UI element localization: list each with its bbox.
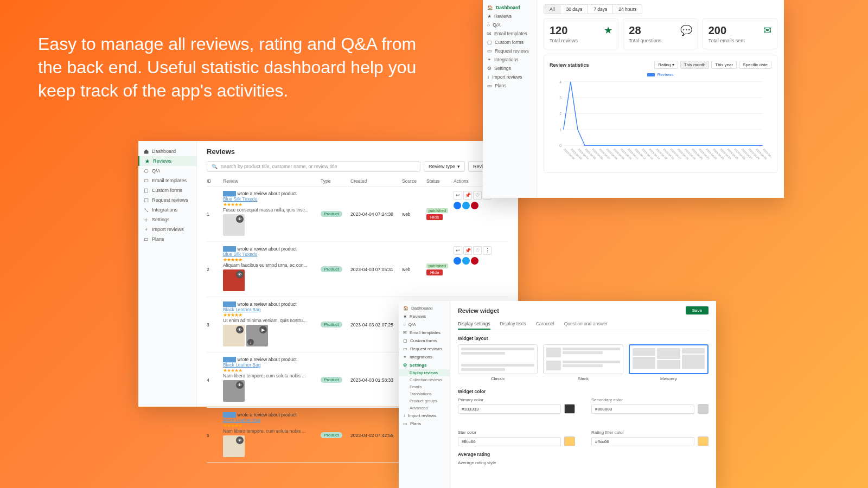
secondary-color-input[interactable]: #888888 — [591, 404, 694, 414]
tab-display-texts[interactable]: Display texts — [500, 319, 526, 330]
author-link[interactable]: ████ — [223, 301, 236, 307]
nav-integrations[interactable]: ⚭ Integrations — [399, 353, 450, 361]
nav-dashboard[interactable]: Dashboard — [138, 146, 196, 156]
tab-24[interactable]: 24 hours — [613, 5, 642, 14]
pin-icon[interactable]: 📌 — [463, 246, 472, 255]
nav-qa[interactable]: ○ Q/A — [399, 320, 450, 329]
stat-reviews: 120 Total reviews ★ — [544, 18, 618, 49]
heart-icon[interactable]: ♡ — [473, 246, 482, 255]
nav-qa[interactable]: ○ Q/A — [483, 21, 537, 29]
nav-email[interactable]: ✉ Email templates — [399, 329, 450, 337]
star-color-input[interactable]: #ffcc66 — [458, 437, 561, 446]
tab-7[interactable]: 7 days — [588, 5, 613, 14]
subnav-collection[interactable]: Collection reviews — [399, 376, 450, 383]
filter-month[interactable]: This month — [680, 61, 710, 69]
table-row: 1 ████ wrote a review about product Blue… — [207, 187, 508, 242]
filter-swatch[interactable] — [698, 436, 709, 446]
author-link[interactable]: ████ — [223, 191, 236, 196]
review-thumbnail[interactable]: 👁 — [223, 325, 245, 346]
eye-icon: 👁 — [236, 326, 244, 333]
product-link[interactable]: Blue Silk Tuxedo — [223, 252, 257, 257]
nav-forms[interactable]: ▢ Custom forms — [399, 337, 450, 345]
heart-icon[interactable]: ♡ — [473, 191, 482, 200]
layout-stack[interactable]: Stack — [543, 344, 623, 381]
pinterest-icon[interactable] — [471, 257, 478, 265]
subnav-groups[interactable]: Product groups — [399, 397, 450, 404]
review-thumbnail[interactable]: 👁 — [223, 380, 245, 402]
pinterest-icon[interactable] — [471, 202, 478, 209]
review-thumbnail[interactable]: 👁 — [223, 214, 245, 236]
author-link[interactable]: ████ — [223, 357, 236, 362]
nav-integrations[interactable]: Integrations — [138, 205, 196, 215]
twitter-icon[interactable] — [462, 257, 470, 265]
nav-qa[interactable]: Q/A — [138, 166, 196, 176]
nav-forms[interactable]: Custom forms — [138, 185, 196, 195]
primary-color-input[interactable]: #333333 — [458, 404, 561, 414]
filter-rating[interactable]: Rating ▾ — [654, 61, 678, 69]
table-header: ID Review Type Created Source Status Act… — [207, 176, 508, 187]
nav-reviews[interactable]: ★ Reviews — [483, 12, 537, 21]
nav-forms[interactable]: ▢ Custom forms — [483, 38, 537, 47]
nav-settings[interactable]: Settings — [138, 215, 196, 224]
nav-dashboard[interactable]: 🏠 Dashboard — [483, 3, 537, 12]
tab-all[interactable]: All — [544, 5, 560, 14]
nav-request[interactable]: ▭ Request reviews — [399, 345, 450, 353]
svg-text:2: 2 — [559, 112, 561, 115]
svg-rect-3 — [144, 198, 148, 202]
facebook-icon[interactable] — [454, 257, 461, 265]
nav-import[interactable]: Import reviews — [138, 224, 196, 234]
nav-settings[interactable]: ⚙ Settings — [483, 64, 537, 73]
nav-plans[interactable]: ▭ Plans — [399, 420, 450, 428]
save-button[interactable]: Save — [686, 306, 709, 314]
nav-import[interactable]: ↓ Import reviews — [483, 73, 537, 81]
nav-dashboard[interactable]: 🏠 Dashboard — [399, 304, 450, 312]
layout-masonry[interactable]: Masonry — [629, 344, 709, 381]
nav-request[interactable]: ▭ Request reviews — [483, 47, 537, 55]
tab-carousel[interactable]: Carousel — [536, 319, 554, 330]
product-link[interactable]: Blue Silk Tuxedo — [223, 196, 257, 202]
tab-30[interactable]: 30 days — [560, 5, 588, 14]
pin-icon[interactable]: 📌 — [463, 191, 472, 200]
subnav-display[interactable]: Display reviews — [399, 369, 450, 376]
subnav-translations[interactable]: Translations — [399, 390, 450, 397]
product-link[interactable]: Black Leather Bag — [223, 362, 260, 368]
subnav-advanced[interactable]: Advanced — [399, 404, 450, 412]
hero-text: Easy to manage all reviews, rating and Q… — [38, 33, 418, 103]
product-link[interactable]: Black Leather Bag — [223, 418, 260, 423]
nav-reviews[interactable]: ★ Reviews — [399, 312, 450, 320]
primary-swatch[interactable] — [564, 404, 575, 414]
author-link[interactable]: ████ — [223, 412, 236, 418]
filter-date[interactable]: Specific date — [739, 61, 771, 69]
facebook-icon[interactable] — [454, 202, 461, 209]
nav-request[interactable]: Request reviews — [138, 195, 196, 205]
hide-button[interactable]: Hide — [426, 269, 443, 275]
tab-qa[interactable]: Question and answer — [564, 319, 608, 330]
product-link[interactable]: Black Leather Bag — [223, 307, 260, 312]
nav-integrations[interactable]: ⚭ Integrations — [483, 55, 537, 64]
secondary-swatch[interactable] — [698, 404, 709, 414]
filter-color-input[interactable]: #ffcc66 — [591, 437, 694, 446]
nav-settings[interactable]: ⚙ Settings — [399, 361, 450, 369]
nav-email[interactable]: Email templates — [138, 176, 196, 185]
more-icon[interactable]: ⋮ — [483, 246, 492, 255]
nav-import[interactable]: ↓ Import reviews — [399, 412, 450, 420]
filter-year[interactable]: This year — [711, 61, 737, 69]
review-type-filter[interactable]: Review type ▾ — [424, 161, 465, 172]
search-input[interactable]: 🔍Search by product title, customer name,… — [207, 161, 420, 172]
nav-email[interactable]: ✉ Email templates — [483, 29, 537, 38]
star-swatch[interactable] — [564, 436, 575, 446]
subnav-emails[interactable]: Emails — [399, 383, 450, 390]
reply-icon[interactable]: ↩ — [454, 246, 462, 255]
review-thumbnail[interactable]: 👁 — [223, 269, 245, 291]
tab-display-settings[interactable]: Display settings — [458, 319, 490, 330]
hide-button[interactable]: Hide — [426, 214, 443, 220]
widget-panel: 🏠 Dashboard ★ Reviews ○ Q/A ✉ Email temp… — [399, 301, 716, 488]
reply-icon[interactable]: ↩ — [454, 191, 462, 200]
twitter-icon[interactable] — [462, 202, 470, 209]
nav-plans[interactable]: Plans — [138, 234, 196, 244]
author-link[interactable]: ████ — [223, 246, 236, 252]
review-thumbnail[interactable]: 👁 — [223, 435, 245, 457]
nav-plans[interactable]: ▭ Plans — [483, 81, 537, 90]
nav-reviews[interactable]: Reviews — [138, 156, 196, 166]
layout-classic[interactable]: Classic — [458, 344, 538, 381]
